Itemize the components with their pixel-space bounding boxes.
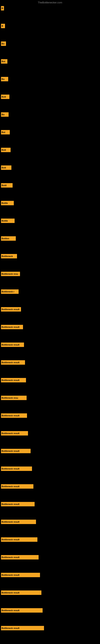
bar-item-20: Bottleneck result [1, 342, 24, 347]
bar-label-9: Bott [1, 149, 6, 151]
bar-label-27: Bottleneck result [1, 468, 19, 470]
bar-item-13: Bottle [1, 218, 15, 223]
bar-item-11: Bottl [1, 183, 13, 188]
bar-label-32: Bottleneck result [1, 556, 19, 558]
bar-item-2: B [1, 24, 5, 28]
bar-item-8: Bot [1, 130, 10, 134]
bar-label-5: Bo [1, 78, 4, 80]
bar-label-30: Bottleneck result [1, 521, 19, 523]
bar-item-23: Bottleneck resu [1, 396, 27, 400]
bar-item-1: B [1, 6, 4, 10]
bar-label-12: Bottle [1, 202, 8, 204]
bar-label-1: B [1, 7, 3, 10]
site-title: TheBottlenecker.com [38, 1, 62, 4]
bar-item-3: Bo [1, 42, 6, 46]
bar-label-22: Bottleneck result [1, 379, 19, 381]
bar-label-19: Bottleneck result [1, 326, 19, 328]
bar-item-7: Bo [1, 112, 9, 117]
bar-label-4: Bot [1, 60, 5, 62]
bar-item-19: Bottleneck result [1, 325, 23, 329]
bar-label-24: Bottleneck result [1, 414, 19, 417]
bar-label-10: Bott [1, 166, 6, 169]
bar-item-10: Bott [1, 166, 11, 170]
bar-item-18: Bottleneck result [1, 307, 21, 312]
bar-item-15: Bottleneck [1, 254, 17, 258]
bar-label-25: Bottleneck result [1, 432, 19, 434]
bar-label-11: Bottl [1, 184, 7, 186]
bar-item-30: Bottleneck result [1, 520, 36, 524]
bar-item-4: Bot [1, 59, 7, 64]
bar-label-29: Bottleneck result [1, 503, 19, 505]
bar-label-31: Bottleneck result [1, 538, 19, 541]
bar-item-32: Bottleneck result [1, 555, 39, 560]
bar-item-26: Bottleneck result [1, 449, 31, 453]
bar-label-28: Bottleneck result [1, 485, 19, 488]
bar-item-31: Bottleneck result [1, 537, 37, 542]
bar-label-33: Bottleneck result [1, 574, 19, 576]
bar-item-28: Bottleneck result [1, 484, 33, 489]
bar-item-24: Bottleneck result [1, 413, 27, 418]
bar-label-8: Bot [1, 131, 5, 134]
bar-label-21: Bottleneck result [1, 361, 19, 364]
bar-item-22: Bottleneck result [1, 378, 26, 382]
bar-item-21: Bottleneck result [1, 360, 25, 365]
bar-label-15: Bottleneck [1, 255, 13, 258]
bar-label-23: Bottleneck resu [1, 397, 18, 399]
bar-item-27: Bottleneck result [1, 466, 32, 471]
bar-label-36: Bottleneck result [1, 627, 19, 629]
bar-label-35: Bottleneck result [1, 609, 19, 612]
bar-item-36: Bottleneck result [1, 626, 44, 630]
bar-label-6: Bott [1, 96, 6, 98]
bar-label-2: B [1, 25, 3, 27]
bar-item-29: Bottleneck result [1, 502, 35, 506]
bar-label-7: Bo [1, 113, 4, 116]
bar-label-20: Bottleneck result [1, 344, 19, 346]
bar-item-12: Bottle [1, 201, 14, 205]
bar-item-34: Bottleneck result [1, 590, 41, 595]
bar-item-9: Bott [1, 148, 11, 152]
bar-label-18: Bottleneck result [1, 308, 19, 310]
bar-label-14: Bottlen [1, 237, 9, 240]
bar-label-16: Bottleneck resu [1, 273, 18, 275]
bar-item-5: Bo [1, 77, 8, 81]
bar-label-3: Bo [1, 42, 4, 45]
bar-label-13: Bottle [1, 220, 8, 222]
bar-item-35: Bottleneck result [1, 608, 43, 612]
bar-label-26: Bottleneck result [1, 450, 19, 452]
bar-item-33: Bottleneck result [1, 573, 40, 577]
bar-item-25: Bottleneck result [1, 431, 28, 436]
bar-item-16: Bottleneck resu [1, 272, 20, 276]
bar-item-14: Bottlen [1, 236, 16, 241]
bar-label-17: Bottleneck r [1, 290, 14, 293]
bar-item-17: Bottleneck r [1, 290, 19, 294]
bar-label-34: Bottleneck result [1, 592, 19, 594]
bar-item-6: Bott [1, 94, 9, 99]
